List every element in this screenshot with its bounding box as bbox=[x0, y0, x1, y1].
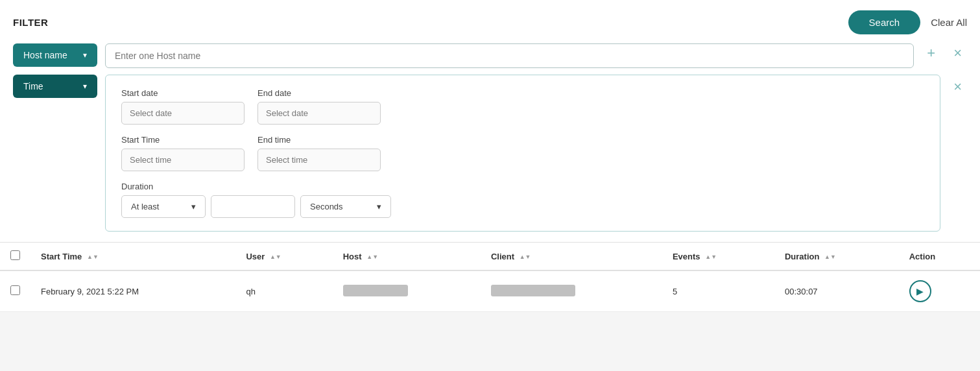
start-time-label: Start Time bbox=[121, 135, 245, 145]
table-row: February 9, 2021 5:22 PM qh 5 00:30:07 ▶ bbox=[0, 270, 980, 312]
end-time-input[interactable] bbox=[257, 149, 381, 171]
col-action: Action bbox=[899, 243, 980, 270]
duration-controls: At least ▾ Seconds ▾ bbox=[121, 195, 391, 218]
col-user: User ▲▼ bbox=[235, 243, 332, 270]
time-dropdown-panel: Start date End date Start Time bbox=[105, 75, 940, 232]
end-time-group: End time bbox=[257, 135, 381, 171]
results-table: Start Time ▲▼ User ▲▼ Host ▲▼ Client ▲▼ … bbox=[0, 243, 980, 312]
col-start-time: Start Time ▲▼ bbox=[30, 243, 235, 270]
col-events: Events ▲▼ bbox=[662, 243, 774, 270]
time-tag[interactable]: Time ▾ bbox=[13, 75, 97, 98]
clear-all-button[interactable]: Clear All bbox=[931, 17, 967, 28]
row-checkbox[interactable] bbox=[10, 285, 20, 295]
col-action-label: Action bbox=[909, 252, 935, 261]
table-header-row: Start Time ▲▼ User ▲▼ Host ▲▼ Client ▲▼ … bbox=[0, 243, 980, 270]
duration-value-input[interactable] bbox=[211, 195, 295, 218]
remove-time-filter-button[interactable]: × bbox=[948, 77, 967, 97]
start-date-input[interactable] bbox=[121, 102, 245, 125]
filter-rows: Host name ▾ + × Time ▾ Start date bbox=[13, 43, 967, 232]
host-name-chevron-icon: ▾ bbox=[83, 51, 87, 60]
col-events-label: Events bbox=[673, 252, 700, 261]
add-filter-button[interactable]: + bbox=[922, 43, 940, 63]
client-redacted bbox=[491, 285, 575, 296]
host-name-tag[interactable]: Host name ▾ bbox=[13, 43, 97, 67]
row-duration: 00:30:07 bbox=[774, 270, 899, 312]
duration-unit-label: Seconds bbox=[310, 202, 343, 211]
host-name-filter-row: Host name ▾ + × bbox=[13, 43, 967, 68]
table-header: Start Time ▲▼ User ▲▼ Host ▲▼ Client ▲▼ … bbox=[0, 243, 980, 270]
remove-host-filter-button[interactable]: × bbox=[948, 43, 967, 63]
duration-group: Duration At least ▾ Seconds ▾ bbox=[121, 182, 391, 218]
host-name-tag-label: Host name bbox=[23, 50, 67, 60]
col-user-label: User bbox=[246, 252, 265, 261]
host-redacted bbox=[343, 285, 408, 296]
duration-row: Duration At least ▾ Seconds ▾ bbox=[121, 182, 924, 218]
play-icon: ▶ bbox=[916, 286, 924, 296]
start-time-group: Start Time bbox=[121, 135, 245, 171]
header-actions: Search Clear All bbox=[848, 10, 967, 34]
results-table-container: Start Time ▲▼ User ▲▼ Host ▲▼ Client ▲▼ … bbox=[0, 243, 980, 312]
col-host-label: Host bbox=[343, 252, 362, 261]
end-date-label: End date bbox=[257, 88, 381, 98]
row-action: ▶ bbox=[899, 270, 980, 312]
row-user: qh bbox=[235, 270, 332, 312]
select-all-column bbox=[0, 243, 30, 270]
duration-label: Duration bbox=[121, 182, 391, 191]
filter-header: FILTER Search Clear All bbox=[13, 10, 967, 34]
duration-qualifier-label: At least bbox=[131, 202, 159, 211]
time-row: Start Time End time bbox=[121, 135, 924, 171]
col-duration-label: Duration bbox=[785, 252, 819, 261]
end-date-input[interactable] bbox=[257, 102, 381, 125]
col-duration: Duration ▲▼ bbox=[774, 243, 899, 270]
row-host bbox=[333, 270, 481, 312]
end-time-label: End time bbox=[257, 135, 381, 145]
col-start-time-label: Start Time bbox=[41, 252, 82, 261]
row-events: 5 bbox=[662, 270, 774, 312]
row-start-time: February 9, 2021 5:22 PM bbox=[30, 270, 235, 312]
col-client-label: Client bbox=[491, 252, 514, 261]
row-client bbox=[481, 270, 662, 312]
start-date-label: Start date bbox=[121, 88, 245, 98]
host-name-input[interactable] bbox=[105, 43, 914, 68]
sort-start-time-icon[interactable]: ▲▼ bbox=[87, 254, 99, 260]
date-row: Start date End date bbox=[121, 88, 924, 125]
select-all-checkbox[interactable] bbox=[10, 250, 20, 260]
col-host: Host ▲▼ bbox=[333, 243, 481, 270]
filter-section: FILTER Search Clear All Host name ▾ + × … bbox=[0, 0, 980, 243]
search-button[interactable]: Search bbox=[848, 10, 921, 34]
play-button[interactable]: ▶ bbox=[909, 280, 931, 302]
filter-title: FILTER bbox=[13, 17, 48, 28]
duration-qualifier-dropdown[interactable]: At least ▾ bbox=[121, 195, 206, 218]
row-checkbox-cell bbox=[0, 270, 30, 312]
start-date-group: Start date bbox=[121, 88, 245, 125]
time-filter-row: Time ▾ Start date End date bbox=[13, 75, 967, 232]
time-chevron-icon: ▾ bbox=[83, 82, 87, 91]
duration-unit-dropdown[interactable]: Seconds ▾ bbox=[300, 195, 391, 218]
start-time-input[interactable] bbox=[121, 149, 245, 171]
table-body: February 9, 2021 5:22 PM qh 5 00:30:07 ▶ bbox=[0, 270, 980, 312]
col-client: Client ▲▼ bbox=[481, 243, 662, 270]
sort-user-icon[interactable]: ▲▼ bbox=[270, 254, 281, 260]
duration-unit-chevron-icon: ▾ bbox=[377, 202, 381, 211]
sort-events-icon[interactable]: ▲▼ bbox=[705, 254, 717, 260]
end-date-group: End date bbox=[257, 88, 381, 125]
sort-duration-icon[interactable]: ▲▼ bbox=[824, 254, 836, 260]
time-tag-label: Time bbox=[23, 81, 43, 91]
duration-qualifier-chevron-icon: ▾ bbox=[191, 202, 196, 211]
sort-host-icon[interactable]: ▲▼ bbox=[366, 254, 378, 260]
sort-client-icon[interactable]: ▲▼ bbox=[520, 254, 531, 260]
